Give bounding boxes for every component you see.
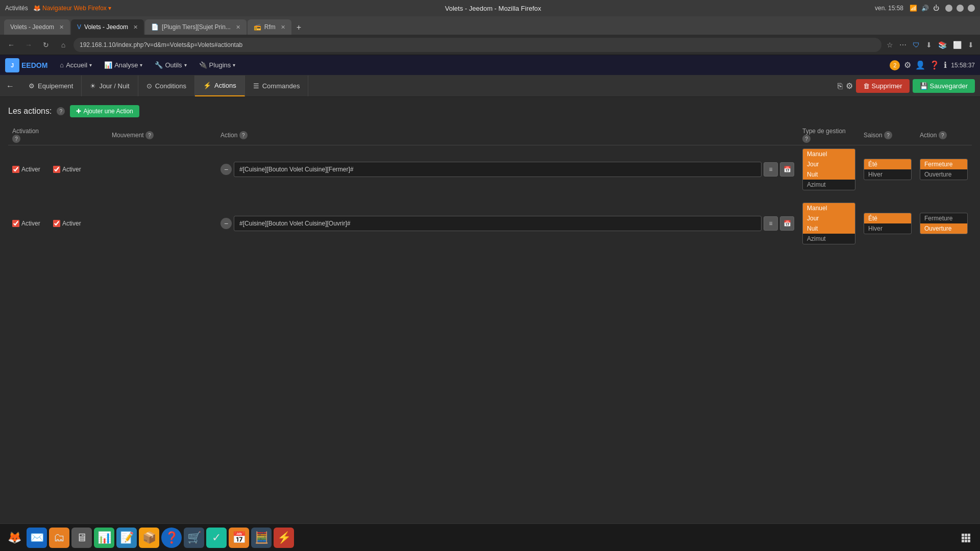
- row2-mouvement-checkbox-label[interactable]: Activer: [53, 220, 212, 227]
- row1-action-input[interactable]: [234, 162, 762, 177]
- tab-3[interactable]: 📄 [Plugin Tiers][Sujet Prin... ✕: [145, 19, 247, 35]
- row2-ouverture-option[interactable]: Ouverture: [920, 223, 967, 234]
- activation-info[interactable]: ?: [12, 135, 20, 143]
- user-settings-icon[interactable]: ⚙: [904, 60, 911, 70]
- tab-1[interactable]: Volets - Jeedom ✕: [4, 19, 70, 35]
- row2-action-type-select[interactable]: Fermeture Ouverture: [920, 213, 968, 234]
- nav-accueil[interactable]: ⌂ Accueil ▾: [55, 58, 97, 72]
- maximize-btn[interactable]: [957, 5, 964, 12]
- close-btn[interactable]: [968, 5, 975, 12]
- tab-actions[interactable]: ⚡ Actions: [195, 76, 245, 96]
- more-options[interactable]: ⋯: [897, 39, 909, 51]
- action-info[interactable]: ?: [239, 131, 248, 139]
- row1-mouvement-checkbox-label[interactable]: Activer: [53, 166, 212, 173]
- row2-activation-checkbox-label[interactable]: Activer: [12, 220, 45, 227]
- tab-conditions[interactable]: ⊙ Conditions: [138, 76, 195, 96]
- tab-3-close[interactable]: ✕: [236, 24, 240, 31]
- plugins-nav-icon: 🔌: [199, 61, 207, 69]
- row2-type-manuel[interactable]: Manuel: [803, 203, 855, 213]
- volume-icon: 🔊: [921, 5, 929, 12]
- row2-mouvement-checkbox[interactable]: [53, 220, 60, 227]
- supprimer-button[interactable]: 🗑 Supprimer: [856, 79, 910, 93]
- row2-type-nuit[interactable]: Nuit: [803, 223, 855, 234]
- sauvegarder-button[interactable]: 💾 Sauvegarder: [913, 79, 975, 93]
- row1-activation-checkbox-label[interactable]: Activer: [12, 166, 45, 173]
- library-icon[interactable]: 📚: [936, 39, 949, 51]
- row1-type-azimut[interactable]: Azimut: [803, 180, 855, 190]
- home-button[interactable]: ⌂: [56, 38, 70, 52]
- row1-mouvement-checkbox[interactable]: [53, 166, 60, 173]
- nav-analyse-label: Analyse: [114, 61, 138, 69]
- back-button[interactable]: ←: [4, 38, 18, 52]
- jeedom-logo[interactable]: J EEDOM: [5, 58, 47, 72]
- row1-saison-hiver[interactable]: Hiver: [864, 169, 911, 180]
- ajouter-action-button[interactable]: ✚ Ajouter une Action: [70, 105, 139, 117]
- row1-action-type-select[interactable]: Fermeture Ouverture: [920, 159, 968, 180]
- minimize-btn[interactable]: [945, 5, 952, 12]
- row1-saison-ete[interactable]: Été: [864, 159, 911, 169]
- section-info-icon[interactable]: ?: [57, 107, 65, 115]
- tab-4[interactable]: 📻 Rfm ✕: [248, 19, 291, 35]
- row2-action-input[interactable]: [234, 216, 762, 231]
- row2-activation-checkbox[interactable]: [12, 220, 19, 227]
- tab-commandes[interactable]: ☰ Commandes: [245, 76, 309, 96]
- tab-jour-nuit[interactable]: ☀ Jour / Nuit: [82, 76, 138, 96]
- reload-button[interactable]: ↻: [39, 38, 53, 52]
- row1-type-jour[interactable]: Jour: [803, 159, 855, 169]
- row2-calendar-icon-button[interactable]: 📅: [780, 216, 794, 231]
- row2-type-azimut[interactable]: Azimut: [803, 234, 855, 244]
- notification-badge[interactable]: 2: [890, 60, 900, 70]
- download2-icon[interactable]: ⬇: [966, 39, 976, 51]
- window-title: Volets - Jeedom - Mozilla Firefox: [111, 5, 875, 12]
- row2-saison-ete[interactable]: Été: [864, 213, 911, 223]
- row2-remove-button[interactable]: −: [220, 218, 232, 229]
- row1-type-manuel[interactable]: Manuel: [803, 149, 855, 159]
- action-type-info[interactable]: ?: [939, 131, 947, 139]
- tab-2[interactable]: V Volets - Jeedom ✕: [71, 19, 144, 35]
- shield-icon[interactable]: 🛡: [911, 39, 922, 51]
- new-tab-button[interactable]: +: [292, 20, 305, 35]
- back-nav-button[interactable]: ←: [0, 76, 20, 96]
- row1-activation-checkbox[interactable]: [12, 166, 19, 173]
- row2-saison-hiver[interactable]: Hiver: [864, 223, 911, 234]
- tab-1-close[interactable]: ✕: [59, 24, 64, 31]
- tab-equipement[interactable]: ⚙ Equipement: [20, 76, 82, 96]
- row1-fermeture-option[interactable]: Fermeture: [920, 159, 967, 169]
- settings-icon[interactable]: ⚙: [846, 81, 853, 91]
- row1-ouverture-option[interactable]: Ouverture: [920, 169, 967, 180]
- power-icon: ⏻: [933, 5, 939, 12]
- row2-fermeture-option[interactable]: Fermeture: [920, 213, 967, 223]
- row1-list-icon-button[interactable]: ≡: [764, 162, 778, 177]
- help-icon[interactable]: ❓: [929, 60, 940, 70]
- row1-saison-select[interactable]: Été Hiver: [864, 159, 912, 180]
- saison-info[interactable]: ?: [884, 131, 892, 139]
- row2-list-icon-button[interactable]: ≡: [764, 216, 778, 231]
- row1-type-nuit[interactable]: Nuit: [803, 169, 855, 180]
- tab-2-close[interactable]: ✕: [133, 24, 138, 31]
- type-gestion-info[interactable]: ?: [802, 135, 811, 143]
- info-icon[interactable]: ℹ: [944, 60, 947, 70]
- download-icon[interactable]: ⬇: [924, 39, 934, 51]
- sidebar-icon[interactable]: ⬜: [951, 39, 964, 51]
- row1-remove-button[interactable]: −: [220, 164, 232, 175]
- mouvement-info[interactable]: ?: [145, 131, 154, 139]
- mouvement-label: Mouvement: [112, 132, 144, 139]
- nav-analyse[interactable]: 📊 Analyse ▾: [99, 58, 148, 72]
- copy-icon[interactable]: ⎘: [838, 82, 843, 91]
- jeedom-navbar: J EEDOM ⌂ Accueil ▾ 📊 Analyse ▾ 🔧 Outils…: [0, 55, 980, 76]
- user-icon[interactable]: 👤: [915, 60, 925, 70]
- bookmark-star[interactable]: ☆: [885, 39, 895, 51]
- firefox-activity: Activités: [5, 5, 28, 12]
- forward-button[interactable]: →: [21, 38, 36, 52]
- row2-type-jour[interactable]: Jour: [803, 213, 855, 223]
- tab-4-close[interactable]: ✕: [281, 24, 285, 31]
- row2-saison-select[interactable]: Été Hiver: [864, 213, 912, 234]
- row1-calendar-icon-button[interactable]: 📅: [780, 162, 794, 177]
- row1-type-select[interactable]: Manuel Jour Nuit Azimut: [802, 148, 855, 190]
- url-bar[interactable]: 192.168.1.10/index.php?v=d&m=Volets&p=Vo…: [74, 38, 881, 52]
- row2-mouvement-text: Activer: [62, 220, 81, 227]
- nav-outils[interactable]: 🔧 Outils ▾: [150, 58, 191, 72]
- row2-type-select[interactable]: Manuel Jour Nuit Azimut: [802, 203, 855, 244]
- nav-plugins[interactable]: 🔌 Plugins ▾: [194, 58, 241, 72]
- row2-type-cell: Manuel Jour Nuit Azimut: [798, 199, 860, 247]
